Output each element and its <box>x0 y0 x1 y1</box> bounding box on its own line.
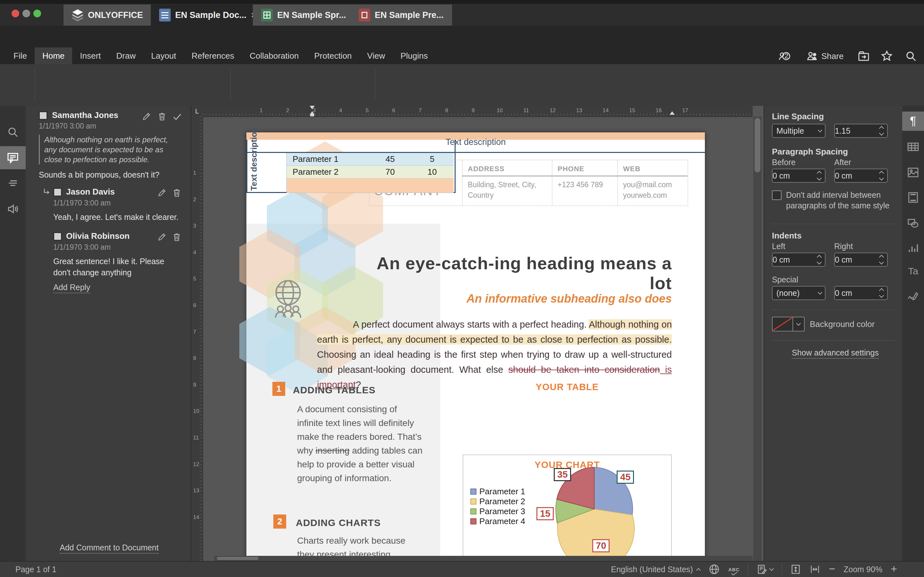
page-indicator[interactable]: Page 1 of 1 <box>15 565 57 574</box>
edit-comment-icon[interactable] <box>142 111 152 121</box>
tab-home[interactable]: ONLYOFFICE <box>63 5 152 26</box>
zoom-level[interactable]: Zoom 90% <box>843 565 882 574</box>
your-table-title[interactable]: YOUR TABLE <box>463 382 672 392</box>
horizontal-ruler[interactable]: 1234567891011121314151617 <box>203 106 753 117</box>
table-settings-tab[interactable] <box>902 137 924 156</box>
document-page[interactable]: YOUR COMPANY ADDRESS PHONE WEB Building,… <box>246 132 705 561</box>
section2-title[interactable]: ADDING CHARTS <box>296 517 381 528</box>
share-button[interactable]: Share <box>806 49 843 63</box>
spinner[interactable] <box>880 255 886 264</box>
menu-collaboration[interactable]: Collaboration <box>242 47 306 64</box>
vertical-scrollbar-thumb[interactable] <box>754 118 760 172</box>
image-settings-tab[interactable] <box>902 163 924 182</box>
zoom-out-button[interactable]: − <box>829 562 835 575</box>
show-advanced-settings-link[interactable]: Show advanced settings <box>792 348 879 359</box>
set-document-language-button[interactable] <box>708 564 720 575</box>
header-footer-settings-tab[interactable] <box>902 188 924 207</box>
spacing-after-input[interactable]: 0 cm <box>834 169 888 183</box>
spell-checking-button[interactable]: ABC <box>728 567 740 572</box>
paragraph-settings-tab[interactable]: ¶ <box>902 111 924 131</box>
menu-layout[interactable]: Layout <box>144 47 184 64</box>
horizontal-scrollbar-thumb[interactable] <box>217 557 258 560</box>
section1-body[interactable]: A document consisting of infinite text l… <box>297 402 423 485</box>
feedback-support-button[interactable] <box>0 197 26 221</box>
special-select[interactable]: (none) <box>772 286 825 300</box>
active-users-button[interactable]: 2 <box>778 49 791 63</box>
spinner[interactable] <box>817 255 824 264</box>
document-subheading[interactable]: An informative subheading also does <box>352 292 672 306</box>
comments-panel-button[interactable] <box>0 146 26 169</box>
document-table[interactable]: Text description Text description Parame… <box>246 132 456 193</box>
table-row[interactable]: Parameter 2 70 10 <box>287 166 454 179</box>
spacing-before-value: 0 cm <box>772 171 790 181</box>
indent-right-input[interactable]: 0 cm <box>834 253 888 267</box>
menu-draw[interactable]: Draw <box>108 47 144 64</box>
spinner[interactable] <box>817 171 824 180</box>
line-spacing-select[interactable]: Multiple <box>772 124 825 138</box>
open-file-location-button[interactable] <box>857 49 870 63</box>
chart-settings-tab[interactable] <box>902 239 924 258</box>
edit-reply-icon[interactable] <box>157 188 167 197</box>
zoom-window-button[interactable] <box>33 10 41 17</box>
table-row[interactable] <box>287 179 454 193</box>
minimize-window-button[interactable] <box>23 10 30 17</box>
tab-stop-selector[interactable]: L <box>191 106 203 117</box>
tab-presentation[interactable]: EN Sample Pre... <box>351 5 453 26</box>
dont-add-interval-checkbox[interactable] <box>772 190 782 200</box>
fit-to-page-button[interactable] <box>790 564 801 575</box>
section1-title[interactable]: ADDING TABLES <box>293 385 375 396</box>
add-reply-link[interactable]: Add Reply <box>53 283 90 293</box>
menu-file[interactable]: File <box>6 47 35 64</box>
signature-settings-tab[interactable] <box>902 285 924 305</box>
language-selector[interactable]: English (United States) <box>611 565 700 574</box>
horizontal-scrollbar[interactable] <box>214 556 753 561</box>
menu-references[interactable]: References <box>184 47 242 64</box>
line-spacing-number[interactable]: 1.15 <box>834 124 888 138</box>
tab-document[interactable]: EN Sample Doc... × <box>151 5 266 26</box>
table-rotated-row-header[interactable]: Text description <box>246 153 287 193</box>
table-row[interactable]: Parameter 1 45 5 <box>287 153 454 166</box>
vertical-ruler[interactable]: 1234567891011121314 <box>191 117 203 561</box>
resolve-comment-icon[interactable] <box>172 111 182 122</box>
tab-spreadsheet[interactable]: EN Sample Spr... <box>253 5 355 26</box>
menu-protection[interactable]: Protection <box>306 47 359 64</box>
document-heading[interactable]: An eye-catch-ing heading means a lot <box>352 253 672 293</box>
navigation-headings-button[interactable] <box>0 172 26 195</box>
shape-settings-tab[interactable] <box>902 213 924 233</box>
search-button[interactable] <box>905 49 917 63</box>
background-color-swatch[interactable] <box>772 317 793 332</box>
find-button[interactable] <box>0 121 26 143</box>
table-column-header[interactable]: Text description <box>246 132 456 153</box>
menu-plugins[interactable]: Plugins <box>393 47 435 64</box>
fit-to-width-button[interactable] <box>809 564 821 575</box>
favorite-star-icon[interactable] <box>880 49 893 63</box>
spinner[interactable] <box>880 127 886 135</box>
menu-view[interactable]: View <box>359 47 393 64</box>
zoom-in-button[interactable]: + <box>891 562 897 575</box>
background-color-dropdown[interactable] <box>793 317 804 332</box>
track-changes-button[interactable] <box>756 564 773 575</box>
menu-insert[interactable]: Insert <box>72 47 108 64</box>
spinner[interactable] <box>880 171 886 180</box>
comment2-text: Great sentence! I like it. Please don't … <box>53 256 182 278</box>
indent-left-input[interactable]: 0 cm <box>772 253 825 267</box>
background-color-control[interactable] <box>772 317 804 332</box>
menu-home[interactable]: Home <box>35 47 72 64</box>
edit-comment2-icon[interactable] <box>157 232 167 242</box>
vertical-scrollb ar[interactable] <box>753 117 762 561</box>
text-art-settings-tab[interactable]: Ta <box>902 261 924 281</box>
spacing-before-input[interactable]: 0 cm <box>772 169 825 183</box>
add-comment-link[interactable]: Add Comment to Document <box>60 543 158 554</box>
close-window-button[interactable] <box>11 10 19 17</box>
delete-comment-icon[interactable] <box>157 111 167 121</box>
spinner[interactable] <box>880 289 886 297</box>
left-indent-marker[interactable] <box>310 115 314 116</box>
document-chart[interactable]: YOUR CHART Parameter 1 Parameter 2 Param… <box>463 455 672 558</box>
document-canvas[interactable]: YOUR COMPANY ADDRESS PHONE WEB Building,… <box>203 117 753 561</box>
delete-reply-icon[interactable] <box>172 188 182 197</box>
special-number-input[interactable]: 0 cm <box>834 286 888 300</box>
dont-add-interval-label[interactable]: Don't add interval between paragraphs of… <box>786 190 892 211</box>
delete-comment2-icon[interactable] <box>172 232 182 242</box>
document-paragraph[interactable]: A perfect document always starts with a … <box>317 317 672 392</box>
right-indent-marker[interactable] <box>670 111 675 115</box>
